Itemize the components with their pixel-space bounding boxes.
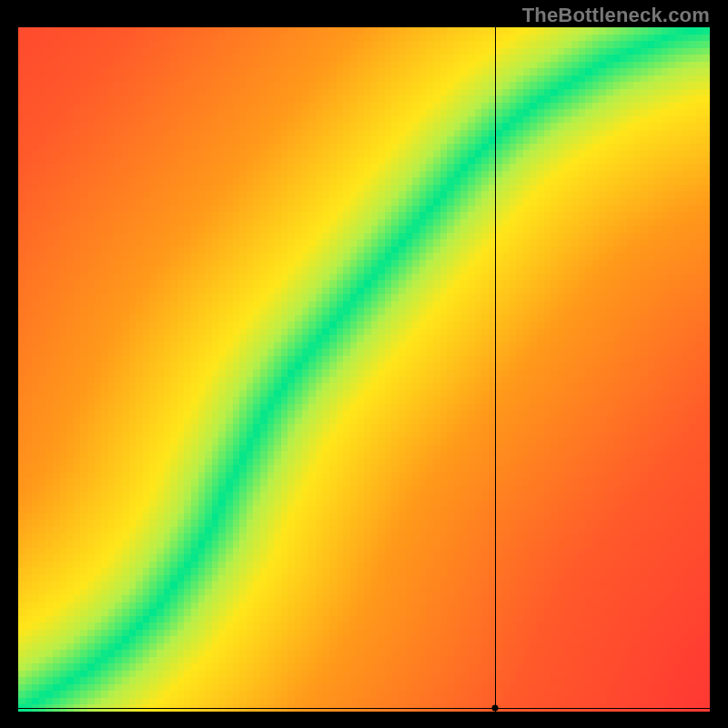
crosshair-horizontal <box>18 708 710 709</box>
chart-frame: TheBottleneck.com <box>0 0 728 728</box>
crosshair-vertical <box>495 27 496 712</box>
crosshair-marker-dot <box>492 705 499 712</box>
watermark-text: TheBottleneck.com <box>522 4 710 27</box>
bottleneck-heatmap <box>18 27 710 712</box>
